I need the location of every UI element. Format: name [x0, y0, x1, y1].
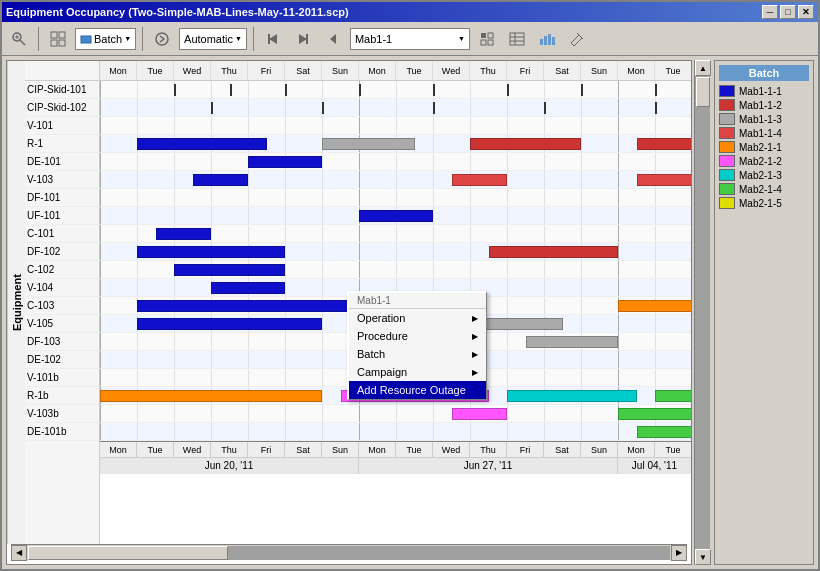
nav-prev-button[interactable] [260, 26, 286, 52]
gantt-bar-20[interactable] [100, 390, 322, 402]
context-menu-batch[interactable]: Batch ▶ [349, 345, 486, 363]
gantt-bar-0[interactable] [137, 138, 267, 150]
legend-color-2 [719, 113, 735, 125]
gantt-row-8 [100, 225, 691, 243]
main-content: Equipment CIP-Skid-101 CIP-Skid-102 V-10… [2, 56, 818, 569]
hscroll-track[interactable] [28, 546, 670, 560]
bottom-day-10: Thu [470, 442, 507, 457]
batch-menu-label: Batch [357, 348, 385, 360]
gantt-bar-7[interactable] [637, 174, 692, 186]
row-label-2: V-101 [25, 117, 99, 135]
gantt-bar-4[interactable] [248, 156, 322, 168]
gantt-bar-23[interactable] [655, 390, 691, 402]
gantt-bar-6[interactable] [452, 174, 508, 186]
svg-marker-12 [299, 34, 307, 44]
svg-point-9 [156, 33, 168, 45]
row-label-10: C-102 [25, 261, 99, 279]
day-header-7: Mon [359, 61, 396, 80]
row-label-17: R-1b [25, 387, 99, 405]
close-button[interactable]: ✕ [798, 5, 814, 19]
cip-tick [433, 102, 435, 114]
mab-dropdown[interactable]: Mab1-1 ▼ [350, 28, 470, 50]
bottom-day-3: Thu [211, 442, 248, 457]
row-label-15: DE-102 [25, 351, 99, 369]
edit-button[interactable] [564, 26, 590, 52]
gantt-bar-8[interactable] [359, 210, 433, 222]
context-menu-operation[interactable]: Operation ▶ [349, 309, 486, 327]
horizontal-scrollbar[interactable]: ◀ ▶ [11, 544, 687, 560]
bottom-day-12: Sat [544, 442, 581, 457]
nav-next-icon [295, 31, 311, 47]
svg-rect-17 [481, 40, 486, 45]
svg-rect-5 [59, 32, 65, 38]
gantt-row-0 [100, 81, 691, 99]
legend-color-4 [719, 141, 735, 153]
gantt-bar-15[interactable] [618, 300, 691, 312]
zoom-icon [11, 31, 27, 47]
batch-dropdown[interactable]: Batch ▼ [75, 28, 136, 50]
legend-title: Batch [719, 65, 809, 81]
gantt-bar-1[interactable] [322, 138, 415, 150]
chart-button[interactable] [534, 26, 560, 52]
gantt-row-2 [100, 117, 691, 135]
gantt-row-1 [100, 99, 691, 117]
table-button[interactable] [504, 26, 530, 52]
svg-rect-16 [488, 33, 493, 38]
gantt-bar-26[interactable] [637, 426, 692, 438]
vertical-scrollbar[interactable]: ▲ ▼ [694, 60, 710, 565]
toolbar: Batch ▼ Automatic ▼ [2, 22, 818, 56]
gantt-bar-24[interactable] [452, 408, 508, 420]
maximize-button[interactable]: □ [780, 5, 796, 19]
hscroll-thumb[interactable] [28, 546, 228, 560]
context-menu-campaign[interactable]: Campaign ▶ [349, 363, 486, 381]
bottom-day-4: Fri [248, 442, 285, 457]
automatic-label: Automatic [184, 33, 233, 45]
context-menu-add-outage[interactable]: Add Resource Outage [349, 381, 486, 399]
auto-button[interactable] [149, 26, 175, 52]
automatic-dropdown[interactable]: Automatic ▼ [179, 28, 247, 50]
gantt-bar-3[interactable] [637, 138, 692, 150]
gantt-row-3 [100, 135, 691, 153]
gantt-bar-16[interactable] [137, 318, 322, 330]
svg-marker-14 [330, 34, 336, 44]
svg-rect-19 [510, 33, 524, 45]
gantt-bar-9[interactable] [156, 228, 212, 240]
config-button[interactable] [474, 26, 500, 52]
gantt-bar-2[interactable] [470, 138, 581, 150]
gantt-bar-12[interactable] [174, 264, 285, 276]
vscroll-down-button[interactable]: ▼ [695, 549, 711, 565]
gantt-bar-10[interactable] [137, 246, 285, 258]
vscroll-track[interactable] [695, 76, 710, 549]
svg-rect-23 [540, 39, 543, 45]
gantt-bar-11[interactable] [489, 246, 619, 258]
gantt-bar-14[interactable] [137, 300, 359, 312]
zoom-button[interactable] [6, 26, 32, 52]
gantt-bar-25[interactable] [618, 408, 691, 420]
nav-left-button[interactable] [320, 26, 346, 52]
row-label-13: V-105 [25, 315, 99, 333]
gantt-bar-19[interactable] [526, 336, 619, 348]
gantt-row-5 [100, 171, 691, 189]
cip-tick [211, 102, 213, 114]
day-header-4: Fri [248, 61, 285, 80]
legend-label-0: Mab1-1-1 [739, 86, 782, 97]
legend-color-7 [719, 183, 735, 195]
cip-tick [359, 84, 361, 96]
minimize-button[interactable]: ─ [762, 5, 778, 19]
grid-icon [50, 31, 66, 47]
vscroll-thumb[interactable] [696, 77, 710, 107]
hscroll-right-button[interactable]: ▶ [671, 545, 687, 561]
grid-button[interactable] [45, 26, 71, 52]
y-axis-label: Equipment [7, 61, 25, 544]
nav-next-button[interactable] [290, 26, 316, 52]
hscroll-left-button[interactable]: ◀ [11, 545, 27, 561]
gantt-bar-5[interactable] [193, 174, 249, 186]
day-header-9: Wed [433, 61, 470, 80]
context-menu-procedure[interactable]: Procedure ▶ [349, 327, 486, 345]
gantt-bar-13[interactable] [211, 282, 285, 294]
vscroll-up-button[interactable]: ▲ [695, 60, 711, 76]
svg-rect-8 [81, 36, 91, 43]
batch-menu-arrow: ▶ [472, 350, 478, 359]
gantt-bar-22[interactable] [507, 390, 637, 402]
row-labels: CIP-Skid-101 CIP-Skid-102 V-101 R-1 DE-1… [25, 61, 100, 544]
